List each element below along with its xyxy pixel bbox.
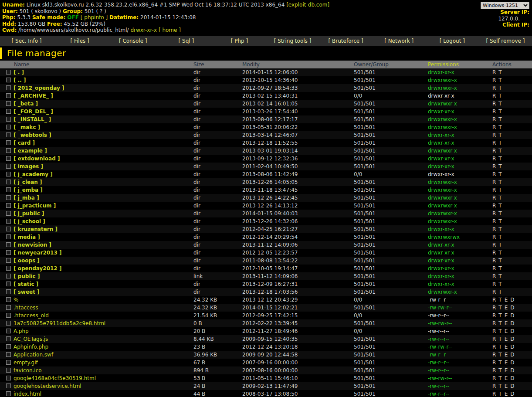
permissions-link[interactable]: drwxr-xr-x — [428, 250, 454, 256]
action-t-link[interactable]: T — [498, 109, 502, 115]
file-link[interactable]: favicon.ico — [14, 367, 42, 373]
action-r-link[interactable]: R — [492, 391, 496, 397]
permissions-link[interactable]: -rw-r--r-- — [428, 352, 449, 358]
permissions-link[interactable]: drwxrwxr-x — [428, 85, 457, 91]
dir-link[interactable]: [ . ] — [14, 69, 24, 75]
dir-link[interactable]: [ j_clean ] — [14, 179, 42, 185]
permissions-link[interactable]: drwxrwxr-x — [428, 179, 457, 185]
row-select-checkbox[interactable] — [6, 368, 11, 373]
action-t-link[interactable]: T — [498, 163, 502, 170]
action-t-link[interactable]: T — [498, 140, 502, 146]
nav-item-sec-info[interactable]: [ Sec. Info ] — [0, 38, 53, 44]
action-r-link[interactable]: R — [492, 258, 496, 264]
action-t-link[interactable]: T — [498, 171, 502, 177]
permissions-link[interactable]: drwxr-xr-x — [428, 69, 454, 75]
action-r-link[interactable]: R — [492, 132, 496, 138]
action-t-link[interactable]: T — [498, 85, 502, 91]
action-t-link[interactable]: T — [498, 210, 502, 217]
action-d-link[interactable]: D — [510, 367, 514, 373]
dir-link[interactable]: [ _INSTALL_ ] — [14, 116, 51, 122]
action-r-link[interactable]: R — [492, 148, 496, 154]
permissions-link[interactable]: drwxrwxr-x — [428, 148, 457, 154]
action-t-link[interactable]: T — [498, 273, 502, 279]
row-select-checkbox[interactable] — [6, 258, 11, 263]
nav-item-sql[interactable]: [ Sql ] — [159, 38, 213, 44]
action-r-link[interactable]: R — [492, 375, 496, 381]
action-r-link[interactable]: R — [492, 234, 496, 240]
row-select-checkbox[interactable] — [6, 242, 11, 247]
dir-link[interactable]: [ j_academy ] — [14, 171, 53, 177]
action-t-link[interactable]: T — [498, 360, 502, 366]
row-select-checkbox[interactable] — [6, 140, 11, 145]
action-d-link[interactable]: D — [510, 328, 514, 334]
action-t-link[interactable]: T — [498, 305, 502, 311]
action-e-link[interactable]: E — [505, 360, 508, 366]
row-select-checkbox[interactable] — [6, 203, 11, 208]
action-r-link[interactable]: R — [492, 187, 496, 193]
action-t-link[interactable]: T — [498, 367, 502, 373]
row-select-checkbox[interactable] — [6, 383, 11, 388]
phpinfo-link[interactable]: [ phpinfo ] — [81, 14, 108, 20]
action-t-link[interactable]: T — [498, 375, 502, 381]
action-r-link[interactable]: R — [492, 109, 496, 115]
permissions-link[interactable]: drwxr-xr-x — [428, 132, 454, 138]
action-d-link[interactable]: D — [510, 344, 514, 350]
action-r-link[interactable]: R — [492, 218, 496, 224]
action-e-link[interactable]: E — [505, 375, 508, 381]
permissions-link[interactable]: drwxrwxr-x — [428, 210, 457, 217]
action-e-link[interactable]: E — [505, 312, 508, 319]
action-r-link[interactable]: R — [492, 242, 496, 248]
permissions-link[interactable]: drwxrwxr-x — [428, 195, 457, 201]
dir-link[interactable]: [ ooops ] — [14, 258, 40, 264]
nav-item-console[interactable]: [ Console ] — [106, 38, 159, 44]
action-e-link[interactable]: E — [505, 336, 508, 342]
action-e-link[interactable]: E — [505, 344, 508, 350]
permissions-link[interactable]: drwxrwxrwx — [428, 234, 460, 240]
dir-link[interactable]: [ _webtools ] — [14, 132, 51, 138]
row-select-checkbox[interactable] — [6, 132, 11, 137]
action-r-link[interactable]: R — [492, 226, 496, 232]
action-e-link[interactable]: E — [505, 297, 508, 303]
action-d-link[interactable]: D — [510, 320, 514, 326]
action-t-link[interactable]: T — [498, 344, 502, 350]
dir-link[interactable]: [ j_mba ] — [14, 195, 39, 201]
action-t-link[interactable]: T — [498, 383, 502, 389]
dir-link[interactable]: [ card ] — [14, 140, 35, 146]
permissions-link[interactable]: drwxr-xr-x — [428, 93, 454, 99]
permissions-link[interactable]: drwxrwxr-x — [428, 124, 457, 130]
file-link[interactable]: google4168a04cf5e30519.html — [14, 375, 96, 381]
action-r-link[interactable]: R — [492, 156, 496, 162]
permissions-link[interactable]: drwxrwxr-x — [428, 101, 457, 107]
permissions-link[interactable]: drwxr-xr-x — [428, 156, 454, 162]
row-select-checkbox[interactable] — [6, 391, 11, 396]
permissions-link[interactable]: -rw-r--r-- — [428, 297, 449, 303]
action-r-link[interactable]: R — [492, 328, 496, 334]
action-t-link[interactable]: T — [498, 156, 502, 162]
dir-link[interactable]: [ extdownload ] — [14, 156, 60, 162]
action-t-link[interactable]: T — [498, 250, 502, 256]
row-select-checkbox[interactable] — [6, 297, 11, 302]
row-select-checkbox[interactable] — [6, 109, 11, 114]
action-t-link[interactable]: T — [498, 265, 502, 271]
action-r-link[interactable]: R — [492, 336, 496, 342]
dir-link[interactable]: [ example ] — [14, 148, 47, 154]
file-link[interactable]: Aphpinfo.php — [14, 344, 48, 350]
dir-link[interactable]: [ j_public ] — [14, 210, 44, 217]
action-r-link[interactable]: R — [492, 140, 496, 146]
row-select-checkbox[interactable] — [6, 172, 11, 176]
action-r-link[interactable]: R — [492, 265, 496, 271]
action-t-link[interactable]: T — [498, 328, 502, 334]
action-e-link[interactable]: E — [505, 391, 508, 397]
action-d-link[interactable]: D — [510, 352, 514, 358]
action-r-link[interactable]: R — [492, 273, 496, 279]
file-link[interactable]: AC_OETags.js — [14, 336, 48, 342]
row-select-checkbox[interactable] — [6, 125, 11, 129]
dir-link[interactable]: [ newyear2013 ] — [14, 250, 61, 256]
action-r-link[interactable]: R — [492, 383, 496, 389]
permissions-link[interactable]: drwxrwxr-x — [428, 218, 457, 224]
action-t-link[interactable]: T — [498, 336, 502, 342]
row-select-checkbox[interactable] — [6, 227, 11, 231]
action-t-link[interactable]: T — [498, 148, 502, 154]
permissions-link[interactable]: drwxr-xr-x — [428, 171, 454, 177]
nav-item-self-remove[interactable]: [ Self remove ] — [479, 38, 532, 44]
